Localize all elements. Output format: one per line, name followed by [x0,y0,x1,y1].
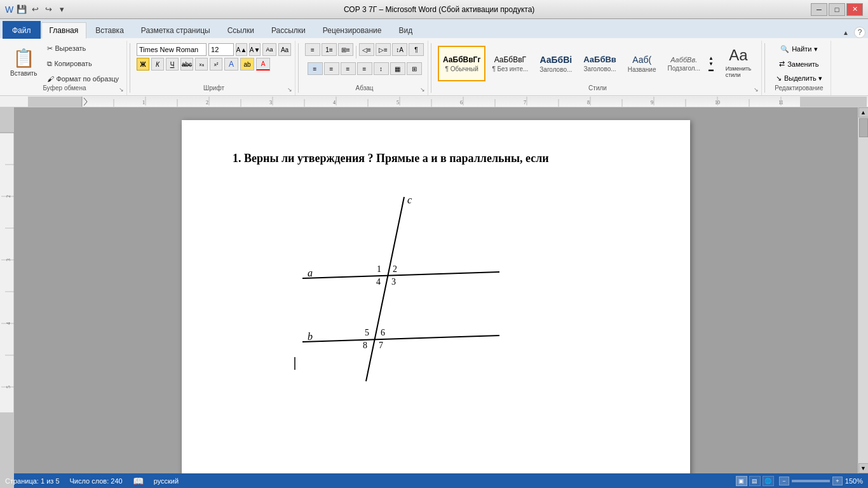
zoom-slider[interactable] [792,480,830,482]
font-name-input[interactable] [137,43,207,56]
sort-button[interactable]: ↕A [392,43,407,56]
increase-indent-button[interactable]: ▷≡ [376,43,391,56]
styles-down-icon[interactable]: ▼ [709,61,714,67]
change-case-button[interactable]: Aa [278,43,291,56]
full-reading-button[interactable]: ▤ [749,476,761,486]
tab-view[interactable]: Вид [390,22,421,38]
tab-home[interactable]: Главная [41,22,87,39]
svg-line-53 [366,197,404,381]
multilevel-list-button[interactable]: ⊞≡ [338,43,353,56]
ribbon-help-button[interactable]: ? [854,27,865,38]
select-label: Выделить ▾ [784,74,822,83]
document-page: 1. Верны ли утверждения ? Прямые а и в п… [182,120,690,473]
pilcrow-button[interactable]: ¶ [409,43,424,56]
cut-button[interactable]: ✂ Вырезать [43,41,123,55]
paste-label: Вставить [10,70,37,77]
change-styles-label: Изменитьстили [726,65,752,78]
format-painter-button[interactable]: 🖌 Формат по образцу [43,72,123,86]
sep3 [431,43,431,93]
web-layout-button[interactable]: 🌐 [763,476,774,486]
copy-button[interactable]: ⧉ Копировать [43,57,123,71]
paragraph-expand-icon[interactable]: ↘ [420,86,425,93]
style-heading2[interactable]: АаБбВв Заголово... [578,46,621,81]
change-styles-button[interactable]: Aa Изменитьстили [719,44,757,80]
style-normal-preview: АаБбВвГг [443,55,480,64]
style-subtitle[interactable]: АаббВв. Подзагол... [663,46,705,81]
window-title: СОР 3 7Г – Microsoft Word (Сбой активаци… [67,5,811,14]
scroll-up-button[interactable]: ▲ [858,107,869,118]
shading-button[interactable]: ▦ [390,62,405,75]
borders-button[interactable]: ⊞ [407,62,422,75]
styles-scroll[interactable]: ▲ ▼ ▬ [707,55,715,72]
tab-review[interactable]: Рецензирование [315,22,390,38]
style-heading1[interactable]: АаБбВі Заголово... [534,46,577,81]
print-layout-button[interactable]: ▣ [736,476,747,486]
select-button[interactable]: ↘ Выделить ▾ [771,72,827,85]
numbering-button[interactable]: 1≡ [322,43,337,56]
styles-expand-icon[interactable]: ↘ [754,86,759,93]
align-right-button[interactable]: ≡ [341,62,356,75]
ribbon-minimize-button[interactable]: ▲ [840,27,851,38]
angle3-label: 3 [391,277,396,287]
svg-text:11: 11 [778,100,783,105]
ribbon-content: 📋 Вставить ✂ Вырезать ⧉ Копировать 🖌 Фор… [0,38,868,95]
superscript-button[interactable]: x² [210,58,222,71]
find-button[interactable]: 🔍 Найти ▾ [776,43,822,55]
statusbar-left: Страница: 1 из 5 Число слов: 240 📖 русск… [5,476,179,486]
customize-qa-button[interactable]: ▾ [56,4,67,15]
quick-access-toolbar: 💾 ↩ ↪ ▾ [16,4,67,15]
subscript-button[interactable]: x₂ [195,58,208,71]
save-qa-button[interactable]: 💾 [16,4,27,15]
bold-button[interactable]: Ж [137,58,149,71]
tab-mailings[interactable]: Рассылки [263,22,314,38]
align-left-button[interactable]: ≡ [308,62,323,75]
tab-file[interactable]: Файл [3,21,41,39]
font-size-decrease-button[interactable]: A▼ [249,43,261,56]
angle2-label: 2 [393,264,397,274]
zoom-out-button[interactable]: − [779,477,789,485]
angle5-label: 5 [365,328,369,337]
paragraph-group-label: Абзац [301,85,428,92]
underline-button[interactable]: Ч [166,58,179,71]
clipboard-expand-icon[interactable]: ↘ [119,86,124,93]
svg-rect-1 [800,97,867,107]
decrease-indent-button[interactable]: ◁≡ [359,43,374,56]
maximize-button[interactable]: □ [829,3,845,16]
font-size-input[interactable] [208,43,234,56]
close-button[interactable]: ✕ [846,3,863,16]
tab-references[interactable]: Ссылки [219,22,262,38]
font-size-increase-button[interactable]: A▲ [236,43,247,56]
line-spacing-button[interactable]: ↕ [374,62,389,75]
italic-button[interactable]: К [151,58,164,71]
align-center-button[interactable]: ≡ [324,62,339,75]
line-a-label: a [308,268,313,278]
replace-button[interactable]: ⇄ Заменить [775,58,823,70]
paste-button[interactable]: 📋 Вставить [6,42,41,83]
diagram-area: a b c 1 2 3 4 5 6 7 8 [252,184,531,388]
scroll-down-button[interactable]: ▼ [858,463,869,473]
scroll-area[interactable]: 1. Верны ли утверждения ? Прямые а и в п… [14,107,858,473]
justify-button[interactable]: ≡ [357,62,372,75]
style-no-spacing[interactable]: АаБбВвГ ¶ Без инте... [487,46,533,81]
text-effects-button[interactable]: A [224,58,238,71]
minimize-button[interactable]: ─ [811,3,827,16]
font-color-button[interactable]: A [256,58,270,71]
change-styles-icon: Aa [729,46,747,64]
language-label[interactable]: русский [154,477,179,485]
styles-more-icon[interactable]: ▬ [709,67,714,72]
text-highlight-button[interactable]: ab [240,58,254,71]
clear-format-button[interactable]: Aa [262,43,276,56]
style-title[interactable]: Ааб( Название [623,46,661,81]
scrollbar-thumb[interactable] [859,118,868,137]
bullets-button[interactable]: ≡ [305,43,320,56]
tab-page-layout[interactable]: Разметка страницы [133,22,219,38]
redo-qa-button[interactable]: ↪ [43,4,54,15]
style-normal[interactable]: АаБбВвГг ¶ Обычный [438,46,485,81]
font-expand-icon[interactable]: ↘ [287,86,292,93]
styles-up-icon[interactable]: ▲ [709,55,714,61]
tab-insert[interactable]: Вставка [87,22,132,38]
strikethrough-button[interactable]: abc [180,58,193,71]
zoom-level[interactable]: 150% [845,477,863,485]
zoom-in-button[interactable]: + [832,477,843,485]
undo-qa-button[interactable]: ↩ [29,4,41,15]
